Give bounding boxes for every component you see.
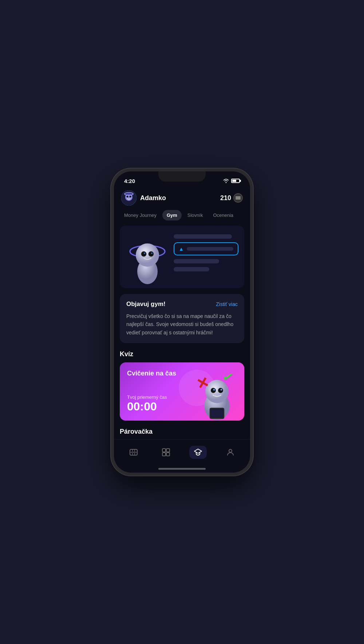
tab-ocenenia[interactable]: Ocenenia [209,210,238,220]
user-info: Adamko [121,190,166,206]
tabs: Money Journey Gym Slovník Ocenenia [114,210,250,226]
svg-point-20 [211,388,216,393]
svg-point-14 [141,251,146,257]
robot-illustration [126,231,169,282]
home-bar [158,468,206,470]
nav-item-grid[interactable] [157,446,175,459]
svg-point-22 [213,389,215,391]
svg-point-17 [151,253,153,254]
info-card-header: Objavuj gym! Zistiť viac [126,301,238,308]
info-title: Objavuj gym! [126,301,166,308]
blurred-bar-2 [174,259,219,263]
avatar [121,190,136,206]
notch [158,171,206,182]
chevron-up-icon: ▲ [179,246,184,252]
info-link[interactable]: Zistiť viac [216,301,238,307]
nav-item-slots[interactable] [125,446,142,459]
svg-rect-44 [162,449,166,452]
svg-point-3 [130,196,131,198]
status-icons [223,179,240,183]
coins-value: 210 [220,194,231,202]
quiz-card-title: Cvičenie na čas [127,370,237,377]
battery-icon [231,179,240,183]
nav-item-profile[interactable] [222,446,239,459]
blurred-bar-1 [174,234,232,239]
kviz-section-label: Kvíz [120,350,244,358]
status-time: 4:20 [124,178,135,184]
quiz-card[interactable]: Cvičenie na čas Tvoj priemerný čas 00:00 [120,362,244,421]
home-indicator [114,465,250,473]
tab-gym[interactable]: Gym [162,210,182,220]
main-content: ▲ Objavuj gym! Zistiť viac Precvičuj vše… [114,226,250,439]
battery-fill [232,180,236,182]
svg-point-43 [135,452,136,453]
tab-slovnik[interactable]: Slovník [183,210,207,220]
svg-point-2 [127,196,128,198]
tab-money-journey[interactable]: Money Journey [120,210,161,220]
parovacka-section-label: Párovačka [120,428,244,436]
phone-frame: 4:20 [111,168,253,476]
svg-point-41 [131,452,132,453]
svg-rect-45 [166,449,170,452]
quiz-bottom: Tvoj priemerný čas 00:00 [127,394,237,413]
quiz-subtitle: Tvoj priemerný čas [127,394,237,400]
slots-icon [129,448,138,457]
svg-point-21 [218,388,223,393]
phone-screen: 4:20 [114,171,250,473]
svg-point-42 [133,452,134,453]
hero-right: ▲ [174,231,238,271]
svg-point-15 [149,251,154,257]
svg-rect-46 [162,453,166,456]
svg-point-16 [144,253,145,254]
svg-rect-47 [166,453,170,456]
profile-icon [226,448,235,457]
option-content-bar [187,247,233,251]
bottom-nav [114,439,250,465]
coin-icon [233,193,243,203]
info-card: Objavuj gym! Zistiť viac Precvičuj všetk… [120,294,244,343]
nav-item-learn[interactable] [189,446,207,459]
svg-point-13 [136,243,159,267]
coins-display: 210 [220,193,243,203]
selected-option[interactable]: ▲ [174,242,238,255]
quiz-time: 00:00 [127,400,237,413]
svg-point-48 [229,449,232,452]
grid-icon [162,448,170,457]
svg-point-23 [221,389,222,391]
hero-section: ▲ [120,226,244,288]
username: Adamko [140,194,166,202]
wifi-icon [223,179,229,183]
avatar-robot-icon [121,190,136,206]
info-text: Precvičuj všetko čo si sa na mape naučil… [126,312,238,337]
header: Adamko 210 [114,187,250,210]
learn-icon [194,448,202,457]
blurred-bar-3 [174,267,209,271]
